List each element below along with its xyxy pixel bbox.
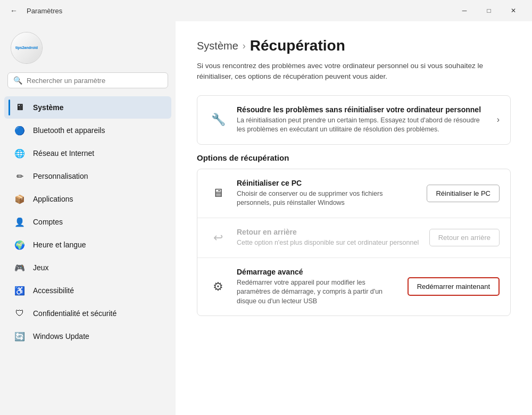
- bluetooth-icon: 🔵: [14, 124, 26, 136]
- reinitialiser-button[interactable]: Réinitialiser le PC: [427, 185, 500, 202]
- sidebar-item-jeux[interactable]: 🎮 Jeux: [4, 256, 171, 279]
- sidebar-item-label: Réseau et Internet: [33, 149, 94, 157]
- reinitialiser-title: Réinitialiser ce PC: [237, 179, 418, 187]
- search-box[interactable]: 🔍: [7, 72, 168, 88]
- titlebar: ← Paramètres ─ □ ✕: [0, 0, 532, 21]
- page-description: Si vous rencontrez des problèmes avec vo…: [197, 61, 511, 82]
- breadcrumb-parent: Système: [197, 40, 238, 52]
- sidebar-item-systeme[interactable]: 🖥 Système: [4, 96, 171, 119]
- avatar-section: tips2android: [0, 27, 176, 72]
- sidebar-item-windows-update[interactable]: 🔄 Windows Update: [4, 325, 171, 347]
- sidebar-item-personnalisation[interactable]: ✏ Personnalisation: [4, 165, 171, 187]
- breadcrumb-separator: ›: [243, 40, 246, 52]
- sidebar-item-label: Personnalisation: [33, 172, 88, 180]
- recovery-item-retour: ↩ Retour en arrière Cette option n'est p…: [197, 218, 510, 258]
- jeux-icon: 🎮: [14, 262, 26, 273]
- windows-update-icon: 🔄: [14, 330, 26, 342]
- window-title: Paramètres: [27, 7, 62, 15]
- nav-list: 🖥 Système 🔵 Bluetooth et appareils 🌐 Rés…: [0, 96, 176, 348]
- confidentialite-icon: 🛡: [14, 308, 26, 319]
- heure-icon: 🌍: [14, 239, 26, 251]
- wrench-icon: 🔧: [208, 110, 228, 130]
- sidebar-item-label: Accessibilité: [33, 286, 74, 295]
- sidebar-item-label: Confidentialité et sécurité: [33, 309, 117, 318]
- sidebar-item-label: Jeux: [33, 263, 49, 272]
- recovery-item-reinitialiser: 🖥 Réinitialiser ce PC Choisir de conserv…: [197, 169, 510, 218]
- comptes-icon: 👤: [14, 216, 26, 228]
- demarrage-title: Démarrage avancé: [237, 268, 399, 276]
- recovery-options-card: 🖥 Réinitialiser ce PC Choisir de conserv…: [197, 169, 511, 317]
- demarrage-button[interactable]: Redémarrer maintenant: [408, 277, 500, 296]
- systeme-icon: 🖥: [14, 102, 26, 113]
- retour-icon: ↩: [208, 228, 228, 248]
- sidebar-item-applications[interactable]: 📦 Applications: [4, 188, 171, 210]
- personnalisation-icon: ✏: [14, 170, 26, 182]
- troubleshoot-desc: La réinitialisation peut prendre un cert…: [237, 116, 488, 135]
- sidebar-item-label: Applications: [33, 195, 73, 203]
- reinitialiser-desc: Choisir de conserver ou de supprimer vos…: [237, 189, 418, 208]
- accessibilite-icon: ♿: [14, 285, 26, 296]
- close-button[interactable]: ✕: [501, 2, 526, 19]
- breadcrumb-current: Récupération: [250, 37, 345, 54]
- window-controls: ─ □ ✕: [452, 2, 526, 19]
- maximize-button[interactable]: □: [477, 2, 501, 19]
- retour-title: Retour en arrière: [237, 228, 421, 236]
- content-area: Système › Récupération Si vous rencontre…: [176, 21, 532, 415]
- sidebar-item-bluetooth[interactable]: 🔵 Bluetooth et appareils: [4, 119, 171, 142]
- minimize-button[interactable]: ─: [452, 2, 477, 19]
- sidebar-item-accessibilite[interactable]: ♿ Accessibilité: [4, 279, 171, 302]
- breadcrumb: Système › Récupération: [197, 37, 511, 54]
- chevron-right-icon: ›: [497, 115, 500, 124]
- reseau-icon: 🌐: [14, 147, 26, 159]
- retour-button: Retour en arrière: [429, 229, 500, 246]
- recovery-item-demarrage: ⚙ Démarrage avancé Redémarrer votre appa…: [197, 258, 510, 316]
- applications-icon: 📦: [14, 193, 26, 205]
- troubleshoot-item[interactable]: 🔧 Résoudre les problèmes sans réinitiali…: [197, 96, 510, 144]
- troubleshoot-card: 🔧 Résoudre les problèmes sans réinitiali…: [197, 95, 511, 145]
- sidebar-item-comptes[interactable]: 👤 Comptes: [4, 211, 171, 233]
- troubleshoot-title: Résoudre les problèmes sans réinitialise…: [237, 105, 488, 114]
- sidebar-item-label: Heure et langue: [33, 240, 86, 249]
- back-button[interactable]: ←: [6, 3, 21, 18]
- app-body: tips2android 🔍 🖥 Système 🔵 Bluetooth et …: [0, 21, 532, 415]
- sidebar-item-label: Windows Update: [33, 332, 89, 341]
- retour-desc: Cette option n'est plus disponible sur c…: [237, 238, 421, 248]
- sidebar-item-label: Système: [33, 103, 64, 112]
- reinitialiser-icon: 🖥: [208, 183, 228, 203]
- avatar: tips2android: [11, 32, 43, 64]
- sidebar-item-confidentialite[interactable]: 🛡 Confidentialité et sécurité: [4, 302, 171, 325]
- demarrage-icon: ⚙: [208, 277, 228, 297]
- sidebar: tips2android 🔍 🖥 Système 🔵 Bluetooth et …: [0, 21, 176, 415]
- sidebar-item-heure[interactable]: 🌍 Heure et langue: [4, 234, 171, 256]
- sidebar-item-label: Comptes: [33, 218, 63, 226]
- sidebar-item-reseau[interactable]: 🌐 Réseau et Internet: [4, 142, 171, 164]
- search-icon: 🔍: [13, 76, 22, 85]
- sidebar-item-label: Bluetooth et appareils: [33, 126, 105, 135]
- section-title: Options de récupération: [197, 153, 511, 162]
- search-input[interactable]: [27, 77, 162, 85]
- demarrage-desc: Redémarrer votre appareil pour modifier …: [237, 278, 399, 306]
